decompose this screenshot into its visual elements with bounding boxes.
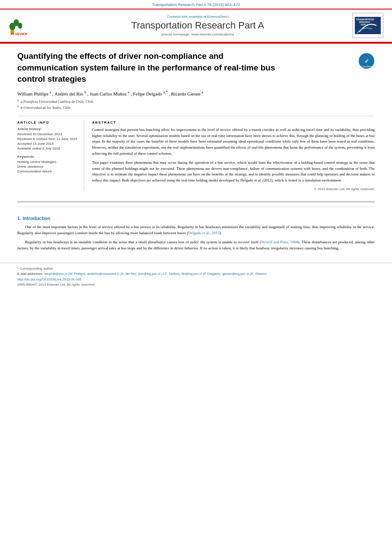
affil-a-sup: a [17,99,19,102]
contents-text: Contents lists available at [167,15,206,19]
corresponding-author-note: * Corresponding author. [17,267,375,271]
footer-section: * Corresponding author. E-mail addresses… [0,263,392,291]
copyright-notice: © 2015 Elsevier Ltd. All rights reserved… [92,187,375,191]
crossmark-icon: ✓ CrossMark [358,53,375,69]
abstract-heading: ABSTRACT [92,121,375,124]
abstract-column: ABSTRACT Control strategies that prevent… [92,121,375,191]
svg-text:PART A: PART A [361,24,368,26]
email-label-text: E-mail addresses: [17,272,43,276]
contents-line: Contents lists available at ScienceDirec… [43,15,352,19]
abstract-text: Control strategies that prevent bus bunc… [92,127,375,184]
author-william: William Phillips [17,91,50,96]
history-label: Article history: [17,127,79,131]
journal-homepage: journal homepage: www.elsevier.com/locat… [43,32,352,36]
page: Transportation Research Part A 78 (2015)… [0,0,392,535]
author-william-sup: a [50,90,51,94]
introduction-section: 1. Introduction One of the most importan… [0,211,392,259]
crossmark-badge[interactable]: ✓ CrossMark [358,53,375,70]
doi-link[interactable]: http://dx.doi.org/10.1016/j.tra.2015.06.… [17,277,375,281]
received-date: Received 20 December 2013 [17,132,79,136]
author-sep3: , Felipe Delgado [131,91,163,96]
abstract-paragraph-1: Control strategies that prevent bus bunc… [92,127,375,156]
cite-delgado-2012[interactable]: Delgado et al., 2012 [188,231,220,235]
keyword-2: Driver obedience [17,165,79,169]
elsevier-logo: ELSEVIER [9,15,43,36]
author-ricardo-sup: a [202,90,204,94]
email-line: E-mail addresses: wmphilli@puc.cl (W. Ph… [17,272,375,276]
intro-paragraph-2: Regularity in bus headways is an unstabl… [17,239,375,252]
keyword-3: Communication failure [17,169,79,173]
cite-newell-potts[interactable]: Newell and Potts, 1964 [261,240,298,244]
article-info-heading: ARTICLE INFO [17,121,79,124]
author-sep2: , Juan Carlos Muñoz [87,91,128,96]
corresponding-label: * Corresponding author. [17,267,54,271]
affil-a-text: a Pontificia Universidad Católica de Chi… [21,99,94,104]
svg-text:✓: ✓ [364,58,369,64]
journal-title: Transportation Research Part A [43,20,352,31]
intro-title: 1. Introduction [17,216,375,221]
affil-b-text: b Universidad de los Andes, Chile [21,105,71,110]
svg-text:RESEARCH: RESEARCH [359,21,370,23]
journal-header: ELSEVIER Contents lists available at Sci… [0,9,392,42]
article-content: ✓ CrossMark Quantifying the effects of d… [0,44,392,195]
elsevier-logo-svg: ELSEVIER [9,15,39,36]
sciencedirect-link[interactable]: ScienceDirect [207,15,228,19]
svg-text:CrossMark: CrossMark [361,65,372,68]
two-column-section: ARTICLE INFO Article history: Received 2… [17,116,375,191]
email-addresses[interactable]: wmphilli@puc.cl (W. Phillips), aedelrio@… [44,272,267,276]
author-sep1: , Andrés del Rio [52,91,84,96]
svg-text:TRANSPORTATION: TRANSPORTATION [356,19,374,21]
thick-divider [17,201,375,202]
received-revised-date: Received in revised form 12 June 2015 [17,137,79,141]
journal-ref-text: Transportation Research Part A 78 (2015)… [152,3,240,7]
affil-b-sup: b [17,105,19,108]
tra-logo-svg: TRANSPORTATION RESEARCH PART A [355,17,381,34]
article-title: Quantifying the effects of driver non-co… [17,51,285,85]
issn-copyright: 0965-8564/© 2015 Elsevier Ltd. All right… [17,283,375,287]
author-andres-sup: b [84,90,86,94]
author-sep4: , Ricardo Giesen [169,91,201,96]
keywords-section: Keywords: Holding control strategies Dri… [17,155,79,173]
accepted-date: Accepted 15 June 2015 [17,142,79,146]
article-info-column: ARTICLE INFO Article history: Received 2… [17,121,84,191]
affiliation-b: b b Universidad de los Andes, Chile [17,105,375,110]
journal-reference[interactable]: Transportation Research Part A 78 (2015)… [0,0,392,9]
journal-header-center: Contents lists available at ScienceDirec… [43,15,352,36]
authors-line: William Phillips a , Andrés del Rio b , … [17,90,375,96]
keywords-label: Keywords: [17,155,79,159]
thin-divider [17,207,375,207]
author-juan-sup: a [128,90,130,94]
keyword-1: Holding control strategies [17,160,79,164]
affiliation-a: a a Pontificia Universidad Católica de C… [17,99,375,104]
author-felipe-sup: a,* [163,90,168,94]
tra-logo-box: TRANSPORTATION RESEARCH PART A [352,13,383,38]
abstract-paragraph-2: This paper examines three phenomena that… [92,160,375,184]
svg-text:ELSEVIER: ELSEVIER [10,32,27,36]
available-date: Available online 6 July 2015 [17,146,79,150]
svg-point-3 [18,22,22,29]
intro-paragraph-1: One of the most important factors in the… [17,224,375,236]
